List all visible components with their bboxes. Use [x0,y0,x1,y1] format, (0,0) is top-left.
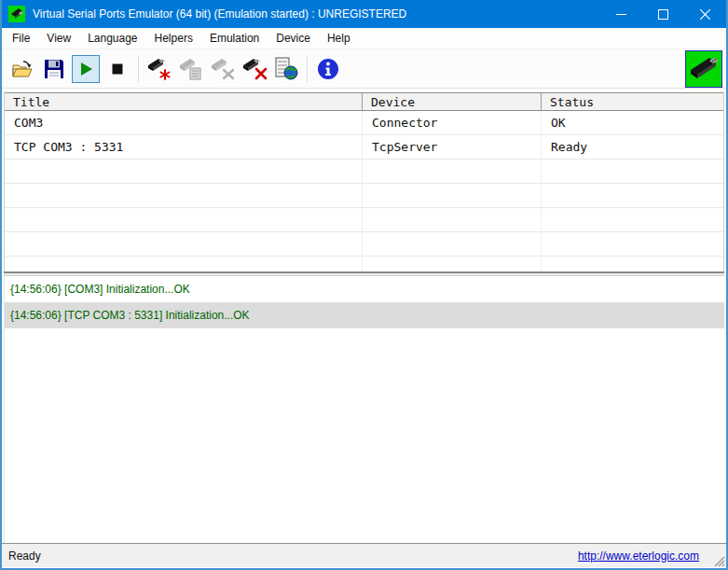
menu-language[interactable]: Language [79,28,145,49]
statusbar: Ready http://www.eterlogic.com [2,543,726,567]
create-device-button[interactable] [145,55,173,83]
start-emulation-button[interactable] [72,55,100,83]
device-properties-button[interactable] [177,55,205,83]
status-text: Ready [8,549,41,563]
maximize-button[interactable] [642,0,684,28]
delete-all-devices-button[interactable] [240,55,268,83]
create-device-icon [146,57,172,81]
cell-status: OK [542,111,723,134]
table-header: Title Device Status [5,92,723,111]
delete-device-button[interactable] [209,55,237,83]
column-header-status[interactable]: Status [542,93,723,110]
table-empty-row [5,232,723,257]
menu-view[interactable]: View [38,28,79,49]
menu-emulation[interactable]: Emulation [201,28,268,49]
table-empty-row [5,160,723,184]
maximize-icon [658,9,668,20]
menu-helpers[interactable]: Helpers [146,28,201,49]
device-properties-icon [178,57,204,81]
cell-title: COM3 [5,111,363,134]
menu-device[interactable]: Device [268,28,319,49]
stop-emulation-button[interactable] [103,55,131,83]
save-button[interactable] [40,55,68,83]
column-header-title[interactable]: Title [5,93,363,110]
app-window: Virtual Serial Ports Emulator (64 bit) (… [0,0,728,570]
menu-file[interactable]: File [4,28,38,49]
window-controls [600,0,726,28]
delete-device-icon [210,57,236,81]
delete-all-devices-icon [241,57,268,81]
window-title: Virtual Serial Ports Emulator (64 bit) (… [33,7,406,21]
about-button[interactable] [314,55,342,83]
table-empty-row [5,184,723,208]
device-table: Title Device Status COM3 Connector OK TC… [4,92,724,271]
minimize-button[interactable] [600,0,642,28]
titlebar: Virtual Serial Ports Emulator (64 bit) (… [2,0,726,28]
close-button[interactable] [684,0,726,28]
connector-logo-icon [687,52,721,86]
cell-title: TCP COM3 : 5331 [5,135,363,159]
toolbar-separator [138,56,139,82]
log-entry[interactable]: {14:56:06} [COM3] Initialization...OK [5,276,724,302]
data-monitor-button[interactable] [272,55,300,83]
column-header-device[interactable]: Device [363,93,542,110]
table-row[interactable]: TCP COM3 : 5331 TcpServer Ready [5,135,723,160]
website-link[interactable]: http://www.eterlogic.com [578,549,699,563]
menu-help[interactable]: Help [319,28,359,49]
eterlogic-logo [685,50,722,88]
minimize-icon [616,9,626,20]
close-icon [700,9,710,20]
resize-grip-icon[interactable] [712,554,725,567]
cell-status: Ready [542,135,723,159]
stop-emulation-icon [108,60,127,78]
about-icon [317,58,339,80]
data-monitor-icon [274,57,298,81]
log-panel: {14:56:06} [COM3] Initialization...OK {1… [4,276,724,543]
table-row[interactable]: COM3 Connector OK [5,111,723,135]
cell-device: Connector [363,111,542,134]
open-button[interactable] [8,55,36,83]
cell-device: TcpServer [363,135,542,159]
app-icon [8,6,25,22]
log-entry-selected[interactable]: {14:56:06} [TCP COM3 : 5331] Initializat… [5,302,724,328]
menubar: File View Language Helpers Emulation Dev… [2,28,726,49]
toolbar-separator [307,56,308,82]
open-icon [11,59,34,79]
table-empty-row [5,257,723,271]
save-icon [44,59,64,79]
table-empty-row [5,208,723,232]
start-emulation-icon [76,60,95,78]
toolbar [2,49,726,89]
